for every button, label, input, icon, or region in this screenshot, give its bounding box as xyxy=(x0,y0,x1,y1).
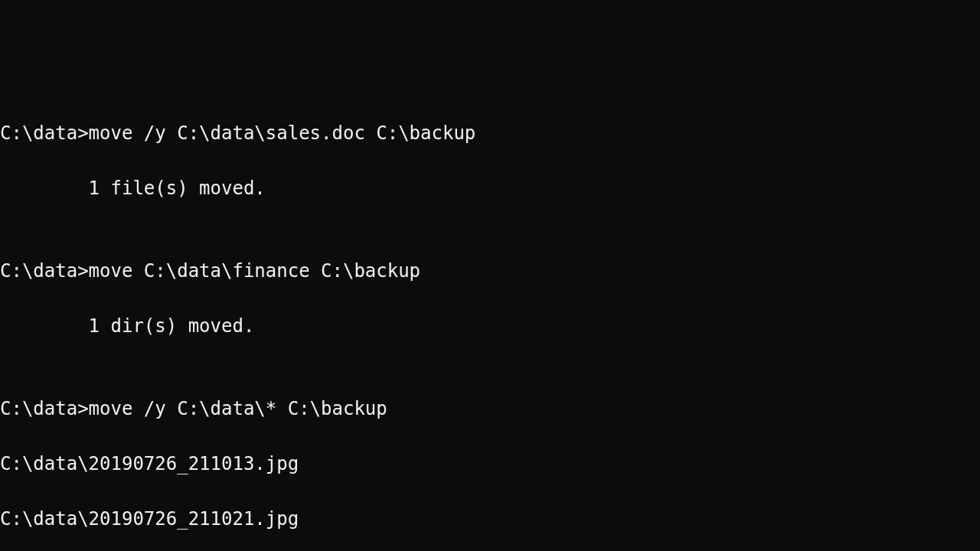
prompt: C:\data> xyxy=(0,122,89,144)
command-text: move /y C:\data\sales.doc C:\backup xyxy=(89,122,476,144)
command-text: move /y C:\data\* C:\backup xyxy=(89,398,387,419)
command-text: move C:\data\finance C:\backup xyxy=(89,260,420,282)
command-line-1[interactable]: C:\data>move /y C:\data\sales.doc C:\bac… xyxy=(0,119,980,147)
result-line-1: 1 file(s) moved. xyxy=(0,174,980,202)
result-line-2: 1 dir(s) moved. xyxy=(0,312,980,340)
file-line: C:\data\20190726_211013.jpg xyxy=(0,450,980,478)
file-line: C:\data\20190726_211021.jpg xyxy=(0,505,980,533)
command-line-2[interactable]: C:\data>move C:\data\finance C:\backup xyxy=(0,257,980,285)
prompt: C:\data> xyxy=(0,398,89,419)
command-line-3[interactable]: C:\data>move /y C:\data\* C:\backup xyxy=(0,395,980,422)
prompt: C:\data> xyxy=(0,260,89,282)
